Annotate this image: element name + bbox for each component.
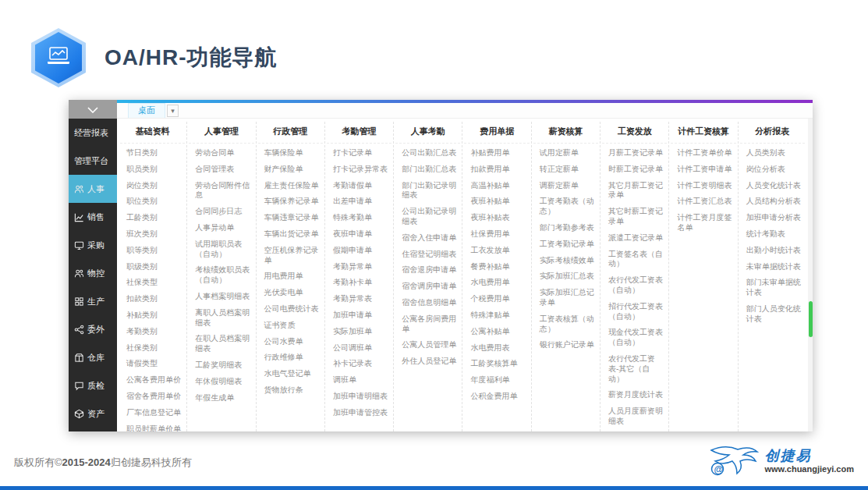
function-item[interactable]: 农行代发工资表（自动） bbox=[602, 272, 667, 299]
function-item[interactable]: 其它时薪工资记录单 bbox=[602, 204, 667, 230]
function-item[interactable]: 合同同步日志 bbox=[189, 204, 253, 220]
function-item[interactable]: 扣款类别 bbox=[120, 291, 185, 307]
function-item[interactable]: 合同管理表 bbox=[189, 162, 253, 178]
function-item[interactable]: 餐费补贴单 bbox=[464, 259, 529, 275]
sidebar-item-purchasing[interactable]: 采购 bbox=[69, 231, 117, 259]
function-item[interactable]: 水电费用单 bbox=[464, 275, 529, 291]
function-item[interactable]: 工龄类别 bbox=[120, 210, 185, 226]
function-item[interactable]: 实际加班单 bbox=[327, 324, 391, 340]
function-item[interactable]: 年休假明细表 bbox=[189, 374, 253, 390]
function-item[interactable]: 夜班申请单 bbox=[327, 226, 391, 243]
function-item[interactable]: 统计考勤表 bbox=[740, 226, 805, 243]
function-item[interactable]: 空压机保养记录单 bbox=[258, 243, 323, 269]
function-item[interactable]: 公寓各费用单价 bbox=[120, 372, 185, 389]
function-item[interactable]: 劳动合同附件信息 bbox=[189, 178, 253, 204]
function-item[interactable]: 调班单 bbox=[327, 372, 391, 389]
function-item[interactable]: 车辆违章记录单 bbox=[258, 210, 323, 226]
function-item[interactable]: 补卡记录表 bbox=[327, 356, 391, 372]
function-item[interactable]: 住宿登记明细表 bbox=[395, 247, 460, 263]
function-item[interactable]: 人员结构分析表 bbox=[740, 194, 805, 210]
function-item[interactable]: 工衣发放单 bbox=[464, 243, 529, 259]
function-item[interactable]: 工资表核算（动态） bbox=[533, 311, 598, 338]
sidebar-item-business-reports[interactable]: 经营报表 bbox=[69, 119, 117, 147]
function-item[interactable]: 人员月度薪资汇总表 bbox=[602, 430, 667, 431]
function-item[interactable]: 工资考勤记录单 bbox=[533, 236, 598, 253]
sidebar-item-sales[interactable]: 销售 bbox=[69, 203, 117, 231]
function-item[interactable]: 部门未审单据统计表 bbox=[740, 275, 805, 301]
function-item[interactable]: 宿舍各费用单价 bbox=[120, 389, 185, 405]
function-item[interactable]: 夜班补贴表 bbox=[464, 210, 529, 226]
function-item[interactable]: 人员类别表 bbox=[740, 145, 805, 162]
function-item[interactable]: 实际考核绩效单 bbox=[533, 253, 598, 269]
function-item[interactable]: 社保类型 bbox=[120, 275, 185, 291]
sidebar-item-hr[interactable]: 人事 bbox=[69, 175, 117, 203]
function-item[interactable]: 水电费用表 bbox=[464, 340, 529, 357]
function-item[interactable]: 年度福利单 bbox=[464, 372, 529, 389]
function-item[interactable]: 货物放行条 bbox=[258, 382, 323, 399]
function-item[interactable]: 职位类别 bbox=[120, 194, 185, 210]
function-item[interactable]: 公司出勤记录明细表 bbox=[395, 204, 460, 230]
function-item[interactable]: 车辆保养记录单 bbox=[258, 194, 323, 210]
function-item[interactable]: 时薪工资记录单 bbox=[602, 162, 667, 178]
function-item[interactable]: 车辆出货记录单 bbox=[258, 226, 323, 243]
function-item[interactable]: 银行账户记录单 bbox=[533, 337, 598, 353]
function-item[interactable]: 财产保险单 bbox=[258, 162, 323, 178]
function-item[interactable]: 宿舍信息明细单 bbox=[395, 295, 460, 311]
function-item[interactable]: 加班申请明细表 bbox=[327, 389, 391, 405]
sidebar-item-material-control[interactable]: 物控 bbox=[69, 259, 117, 287]
function-item[interactable]: 部门出勤汇总表 bbox=[395, 162, 460, 178]
function-item[interactable]: 厂车信息登记单 bbox=[120, 405, 185, 421]
function-item[interactable]: 招行代发工资表（自动） bbox=[602, 299, 667, 325]
function-item[interactable]: 部门人员变化统计表 bbox=[740, 301, 805, 328]
function-item[interactable]: 在职人员档案明细表 bbox=[189, 331, 253, 357]
function-item[interactable]: 补贴费用单 bbox=[464, 145, 529, 162]
function-item[interactable]: 行政维修单 bbox=[258, 350, 323, 366]
function-item[interactable]: 公司电费统计表 bbox=[258, 301, 323, 318]
function-item[interactable]: 转正定薪单 bbox=[533, 162, 598, 178]
function-item[interactable]: 考勤补卡单 bbox=[327, 275, 391, 291]
function-item[interactable]: 公寓补贴单 bbox=[464, 324, 529, 340]
function-item[interactable]: 派遣工资记录单 bbox=[602, 230, 667, 247]
function-item[interactable]: 证书资质 bbox=[258, 318, 323, 334]
function-item[interactable]: 计件工资明细表 bbox=[671, 178, 735, 194]
function-item[interactable]: 考勤类别 bbox=[120, 324, 185, 340]
function-item[interactable]: 薪资月度统计表 bbox=[602, 387, 667, 403]
function-item[interactable]: 水电气登记单 bbox=[258, 366, 323, 382]
tab-desktop[interactable]: 桌面 bbox=[128, 103, 165, 118]
function-item[interactable]: 年假生成单 bbox=[189, 390, 253, 407]
function-item[interactable]: 人事异动单 bbox=[189, 220, 253, 236]
function-item[interactable]: 宿舍入住申请单 bbox=[395, 230, 460, 247]
function-item[interactable]: 计件工资单价单 bbox=[671, 145, 735, 162]
function-item[interactable]: 节日类别 bbox=[120, 145, 185, 162]
function-item[interactable]: 公寓各房间费用单 bbox=[395, 311, 460, 338]
function-item[interactable]: 加班申请管控表 bbox=[327, 405, 391, 421]
function-item[interactable]: 雇主责任保险单 bbox=[258, 178, 323, 194]
function-item[interactable]: 部门考勤参考表 bbox=[533, 220, 598, 236]
function-item[interactable]: 人事档案明细表 bbox=[189, 289, 253, 305]
function-item[interactable]: 部门出勤记录明细表 bbox=[395, 178, 460, 204]
tab-dropdown-button[interactable]: ▾ bbox=[167, 105, 179, 117]
function-item[interactable]: 公积金费用单 bbox=[464, 389, 529, 405]
function-item[interactable]: 班次类别 bbox=[120, 226, 185, 243]
function-item[interactable]: 工龄奖明细表 bbox=[189, 357, 253, 374]
function-item[interactable]: 加班申请单 bbox=[327, 307, 391, 324]
scrollbar-thumb[interactable] bbox=[809, 301, 813, 337]
function-item[interactable]: 特殊津贴单 bbox=[464, 307, 529, 324]
function-item[interactable]: 加班申请分析表 bbox=[740, 210, 805, 226]
function-item[interactable]: 实际加班汇总表 bbox=[533, 268, 598, 285]
function-item[interactable]: 其它月薪工资记录单 bbox=[602, 178, 667, 204]
function-item[interactable]: 试用定薪单 bbox=[533, 145, 598, 162]
function-item[interactable]: 出勤小时统计表 bbox=[740, 243, 805, 259]
sidebar-item-production[interactable]: 生产 bbox=[69, 287, 117, 315]
sidebar-item-warehouse[interactable]: 仓库 bbox=[69, 343, 117, 371]
function-item[interactable]: 计件工资汇总表 bbox=[671, 194, 735, 210]
function-item[interactable]: 调薪定薪单 bbox=[533, 178, 598, 194]
function-item[interactable]: 岗位分析表 bbox=[740, 162, 805, 178]
function-item[interactable]: 打卡记录单 bbox=[327, 145, 391, 162]
function-item[interactable]: 考勤异常单 bbox=[327, 259, 391, 275]
function-item[interactable]: 实际加班汇总记录单 bbox=[533, 285, 598, 311]
function-item[interactable]: 考勤异常表 bbox=[327, 291, 391, 307]
function-item[interactable]: 职级类别 bbox=[120, 259, 185, 275]
scrollbar-track[interactable] bbox=[808, 119, 813, 431]
function-item[interactable]: 离职人员档案明细表 bbox=[189, 305, 253, 332]
